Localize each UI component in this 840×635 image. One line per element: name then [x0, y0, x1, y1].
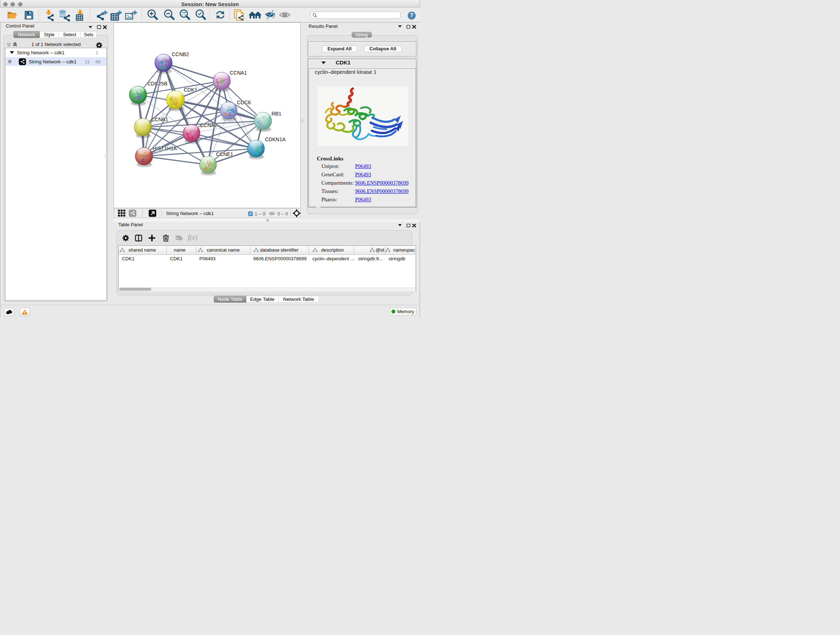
- svg-text:CCNB1: CCNB1: [151, 117, 169, 122]
- svg-text:CDKN1A: CDKN1A: [265, 136, 286, 142]
- svg-text:CDC6: CDC6: [237, 100, 251, 105]
- svg-text:CDK1: CDK1: [184, 87, 197, 93]
- svg-text:CCNE1: CCNE1: [216, 151, 233, 157]
- svg-text:RB1: RB1: [272, 111, 281, 117]
- svg-text:CCNB2: CCNB2: [172, 51, 189, 57]
- svg-text:HIST1H1A: HIST1H1A: [153, 146, 177, 151]
- svg-text:CDC25B: CDC25B: [148, 81, 167, 87]
- svg-text:CCNA2: CCNA2: [200, 122, 218, 128]
- svg-text:CCNA1: CCNA1: [230, 70, 247, 76]
